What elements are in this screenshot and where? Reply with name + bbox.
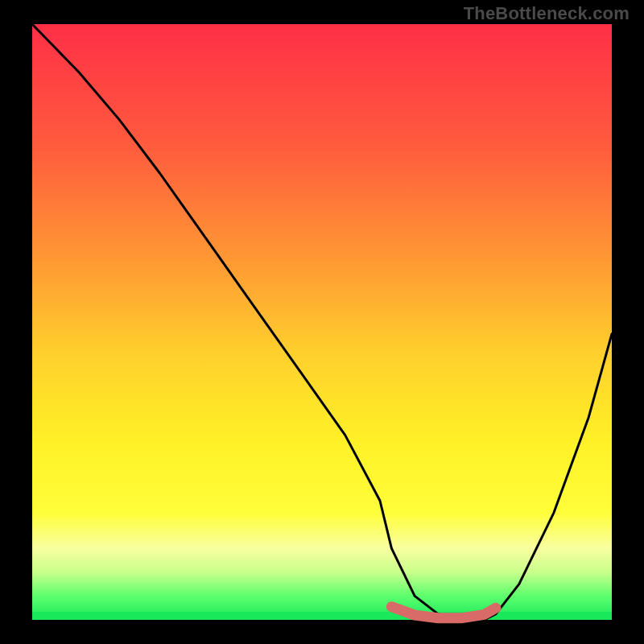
plot-background — [32, 24, 612, 620]
green-bottom-strip — [32, 612, 612, 620]
chart-stage: { "watermark": "TheBottleneck.com", "col… — [0, 0, 644, 644]
watermark-text: TheBottleneck.com — [464, 3, 630, 24]
bottleneck-chart — [0, 0, 644, 644]
